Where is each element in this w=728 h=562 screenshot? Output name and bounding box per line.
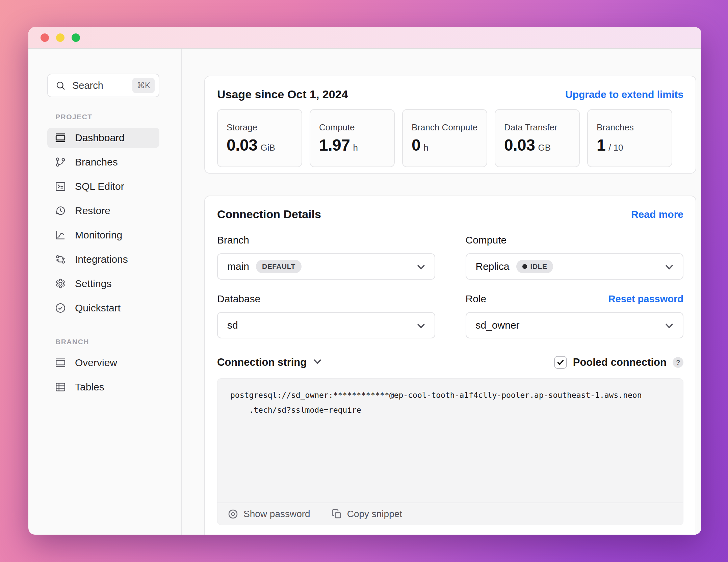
role-field: Role Reset password sd_owner <box>466 292 684 338</box>
connection-string-block: postgresql://sd_owner:************@ep-co… <box>217 378 683 525</box>
checkmark-icon <box>556 358 565 366</box>
chevron-down-icon <box>313 359 321 366</box>
copy-snippet-button[interactable]: Copy snippet <box>331 509 402 519</box>
sidebar-item-label: SQL Editor <box>75 181 124 192</box>
metric-unit: GiB <box>260 143 275 153</box>
sidebar-item-label: Dashboard <box>75 132 125 144</box>
database-select[interactable]: sd <box>217 312 435 338</box>
metric-card-data-transfer: Data Transfer 0.03GB <box>495 109 580 167</box>
connection-string-toggle[interactable]: Connection string <box>217 356 321 368</box>
sidebar-item-label: Restore <box>75 205 110 216</box>
help-icon[interactable]: ? <box>673 357 683 368</box>
database-select-value: sd <box>227 320 238 331</box>
show-password-button[interactable]: Show password <box>228 509 310 519</box>
usage-title: Usage since Oct 1, 2024 <box>217 88 348 101</box>
metric-card-branch-compute: Branch Compute 0h <box>402 109 487 167</box>
chevron-down-icon <box>665 261 673 272</box>
metric-unit: / 10 <box>608 143 623 153</box>
upgrade-link[interactable]: Upgrade to extend limits <box>565 89 683 100</box>
sidebar-item-label: Branches <box>75 156 118 168</box>
idle-status-label: IDLE <box>530 262 547 271</box>
pooled-connection-checkbox[interactable] <box>554 356 567 369</box>
chevron-down-icon <box>665 320 673 331</box>
branch-select[interactable]: main DEFAULT <box>217 253 435 280</box>
database-field-label: Database <box>217 293 260 305</box>
role-field-label: Role <box>466 293 487 305</box>
sidebar-item-branches[interactable]: Branches <box>47 152 159 172</box>
metric-label: Branch Compute <box>412 122 478 133</box>
sidebar-item-overview[interactable]: Overview <box>47 353 159 373</box>
connection-details-card: Connection Details Read more Branch main… <box>204 196 696 535</box>
metric-value: 0.03 <box>227 136 257 154</box>
sidebar-section-project: PROJECT <box>55 113 159 121</box>
chart-line-icon <box>55 229 66 241</box>
compute-field-label: Compute <box>466 234 507 246</box>
circle-check-icon <box>55 302 66 314</box>
compute-select-value: Replica <box>476 261 510 272</box>
overview-icon <box>55 357 66 368</box>
chevron-down-icon <box>417 320 425 331</box>
eye-icon <box>228 509 238 519</box>
metric-value: 0.03 <box>504 136 535 154</box>
metric-value: 1 <box>597 136 605 154</box>
metric-label: Data Transfer <box>504 122 570 133</box>
zoom-window-button[interactable] <box>72 33 80 42</box>
role-select[interactable]: sd_owner <box>466 312 684 338</box>
sidebar-item-label: Settings <box>75 278 111 289</box>
window-titlebar <box>28 27 701 49</box>
desktop-background: { "sidebar": { "search": { "placeholder"… <box>0 0 728 562</box>
metric-label: Storage <box>227 122 293 133</box>
sidebar: Search ⌘K PROJECT Dashboard Branches SQL… <box>28 49 182 535</box>
metric-unit: h <box>353 143 358 153</box>
default-badge: DEFAULT <box>256 260 302 273</box>
integrations-icon <box>55 254 66 265</box>
sidebar-item-dashboard[interactable]: Dashboard <box>47 128 159 148</box>
copy-icon <box>331 509 342 519</box>
branch-select-value: main <box>227 261 249 272</box>
metric-label: Branches <box>597 122 663 133</box>
compute-select[interactable]: Replica IDLE <box>466 253 684 280</box>
table-icon <box>55 381 66 393</box>
sql-editor-icon <box>55 181 66 192</box>
main-content: Usage since Oct 1, 2024 Upgrade to exten… <box>182 49 701 535</box>
search-input[interactable]: Search ⌘K <box>47 74 159 97</box>
dashboard-icon <box>55 132 66 144</box>
search-placeholder: Search <box>72 80 126 91</box>
connection-string-line: postgresql://sd_owner:************@ep-co… <box>230 388 670 403</box>
connection-string-value: postgresql://sd_owner:************@ep-co… <box>217 379 683 503</box>
password-vault-note: Your password is saved in a secure stora… <box>217 534 683 535</box>
idle-status-badge: IDLE <box>516 260 553 273</box>
role-select-value: sd_owner <box>476 320 520 331</box>
read-more-link[interactable]: Read more <box>631 209 683 220</box>
search-icon <box>55 80 66 91</box>
branch-field-label: Branch <box>217 234 249 246</box>
metric-unit: GB <box>538 143 551 153</box>
chevron-down-icon <box>417 261 425 272</box>
reset-password-link[interactable]: Reset password <box>608 293 683 305</box>
sidebar-item-integrations[interactable]: Integrations <box>47 249 159 270</box>
sidebar-item-settings[interactable]: Settings <box>47 274 159 294</box>
metric-label: Compute <box>319 122 385 133</box>
branch-field: Branch main DEFAULT <box>217 234 435 280</box>
sidebar-item-sql-editor[interactable]: SQL Editor <box>47 176 159 197</box>
app-window: Search ⌘K PROJECT Dashboard Branches SQL… <box>28 27 701 535</box>
sidebar-item-label: Quickstart <box>75 302 121 314</box>
show-password-label: Show password <box>243 509 310 519</box>
sidebar-item-label: Monitoring <box>75 229 122 241</box>
sidebar-item-label: Overview <box>75 357 117 368</box>
pooled-connection-control: Pooled connection ? <box>554 356 683 369</box>
minimize-window-button[interactable] <box>56 33 64 42</box>
sidebar-item-restore[interactable]: Restore <box>47 201 159 221</box>
pooled-connection-label: Pooled connection <box>573 356 667 368</box>
sidebar-item-quickstart[interactable]: Quickstart <box>47 298 159 318</box>
metric-card-storage: Storage 0.03GiB <box>217 109 302 167</box>
history-clock-icon <box>55 205 66 216</box>
database-field: Database sd <box>217 292 435 338</box>
metric-value: 0 <box>412 136 420 154</box>
idle-status-dot <box>522 264 527 269</box>
sidebar-item-tables[interactable]: Tables <box>47 377 159 397</box>
close-window-button[interactable] <box>41 33 49 42</box>
sidebar-item-label: Tables <box>75 381 104 393</box>
compute-field: Compute Replica IDLE <box>466 234 684 280</box>
sidebar-item-monitoring[interactable]: Monitoring <box>47 225 159 245</box>
